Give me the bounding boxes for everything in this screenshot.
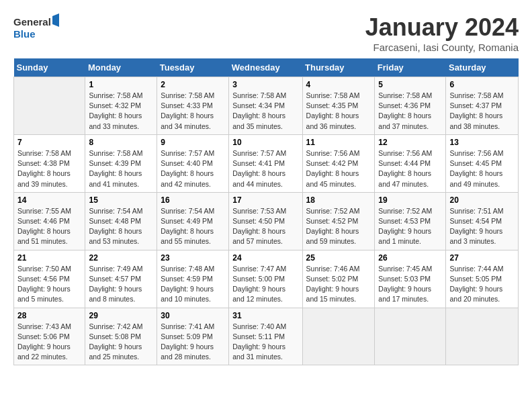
- day-number: 27: [449, 253, 515, 263]
- calendar-cell: 23Sunrise: 7:48 AMSunset: 4:59 PMDayligh…: [157, 250, 229, 308]
- day-info: Sunrise: 7:57 AMSunset: 4:41 PMDaylight:…: [232, 148, 298, 189]
- calendar-cell: 18Sunrise: 7:52 AMSunset: 4:52 PMDayligh…: [302, 192, 375, 250]
- svg-text:Blue: Blue: [13, 28, 36, 40]
- calendar-cell: 14Sunrise: 7:55 AMSunset: 4:46 PMDayligh…: [14, 192, 85, 250]
- page-header: General Blue January 2024 Farcaseni, Ias…: [13, 13, 519, 53]
- day-number: 11: [306, 138, 371, 147]
- day-info: Sunrise: 7:44 AMSunset: 5:05 PMDaylight:…: [449, 264, 515, 305]
- day-number: 26: [378, 253, 442, 263]
- weekday-header-thursday: Thursday: [302, 58, 375, 77]
- logo: General Blue: [13, 13, 60, 43]
- calendar-cell: 15Sunrise: 7:54 AMSunset: 4:48 PMDayligh…: [85, 192, 157, 250]
- calendar-cell: 25Sunrise: 7:46 AMSunset: 5:02 PMDayligh…: [302, 250, 375, 308]
- day-number: 24: [232, 253, 298, 263]
- day-info: Sunrise: 7:58 AMSunset: 4:38 PMDaylight:…: [17, 148, 81, 189]
- day-info: Sunrise: 7:56 AMSunset: 4:44 PMDaylight:…: [378, 148, 442, 189]
- day-info: Sunrise: 7:58 AMSunset: 4:37 PMDaylight:…: [449, 91, 515, 132]
- calendar-cell: 10Sunrise: 7:57 AMSunset: 4:41 PMDayligh…: [229, 134, 302, 192]
- day-info: Sunrise: 7:48 AMSunset: 4:59 PMDaylight:…: [161, 264, 225, 305]
- calendar-week-2: 7Sunrise: 7:58 AMSunset: 4:38 PMDaylight…: [14, 134, 519, 192]
- day-number: 31: [232, 311, 298, 320]
- day-number: 22: [89, 253, 153, 263]
- day-info: Sunrise: 7:58 AMSunset: 4:34 PMDaylight:…: [232, 91, 298, 132]
- calendar-cell: 17Sunrise: 7:53 AMSunset: 4:50 PMDayligh…: [229, 192, 302, 250]
- day-info: Sunrise: 7:54 AMSunset: 4:48 PMDaylight:…: [89, 206, 153, 247]
- calendar-cell: 24Sunrise: 7:47 AMSunset: 5:00 PMDayligh…: [229, 250, 302, 308]
- day-info: Sunrise: 7:53 AMSunset: 4:50 PMDaylight:…: [232, 206, 298, 247]
- calendar-cell: 12Sunrise: 7:56 AMSunset: 4:44 PMDayligh…: [375, 134, 446, 192]
- day-number: 5: [378, 80, 442, 89]
- calendar-week-4: 21Sunrise: 7:50 AMSunset: 4:56 PMDayligh…: [14, 250, 519, 308]
- day-info: Sunrise: 7:58 AMSunset: 4:32 PMDaylight:…: [89, 91, 153, 132]
- calendar-cell: 26Sunrise: 7:45 AMSunset: 5:03 PMDayligh…: [375, 250, 446, 308]
- day-info: Sunrise: 7:49 AMSunset: 4:57 PMDaylight:…: [89, 264, 153, 305]
- calendar-cell: 22Sunrise: 7:49 AMSunset: 4:57 PMDayligh…: [85, 250, 157, 308]
- day-number: 6: [449, 80, 515, 89]
- day-info: Sunrise: 7:51 AMSunset: 4:54 PMDaylight:…: [449, 206, 515, 247]
- calendar-cell: 28Sunrise: 7:43 AMSunset: 5:06 PMDayligh…: [14, 308, 85, 365]
- day-info: Sunrise: 7:58 AMSunset: 4:36 PMDaylight:…: [378, 91, 442, 132]
- day-number: 20: [449, 195, 515, 205]
- day-info: Sunrise: 7:43 AMSunset: 5:06 PMDaylight:…: [17, 322, 81, 363]
- calendar-cell: 29Sunrise: 7:42 AMSunset: 5:08 PMDayligh…: [85, 308, 157, 365]
- day-info: Sunrise: 7:50 AMSunset: 4:56 PMDaylight:…: [17, 264, 81, 305]
- day-number: 30: [161, 311, 225, 320]
- day-number: 15: [89, 195, 153, 205]
- calendar-cell: 20Sunrise: 7:51 AMSunset: 4:54 PMDayligh…: [446, 192, 519, 250]
- calendar-cell: 11Sunrise: 7:56 AMSunset: 4:42 PMDayligh…: [302, 134, 375, 192]
- day-number: 29: [89, 311, 153, 320]
- day-number: 3: [232, 80, 298, 89]
- day-info: Sunrise: 7:46 AMSunset: 5:02 PMDaylight:…: [306, 264, 371, 305]
- calendar-cell: 7Sunrise: 7:58 AMSunset: 4:38 PMDaylight…: [14, 134, 85, 192]
- day-number: 7: [17, 138, 81, 147]
- day-info: Sunrise: 7:40 AMSunset: 5:11 PMDaylight:…: [232, 322, 298, 363]
- calendar-cell: 3Sunrise: 7:58 AMSunset: 4:34 PMDaylight…: [229, 77, 302, 135]
- svg-text:General: General: [13, 16, 51, 28]
- calendar-cell: 13Sunrise: 7:56 AMSunset: 4:45 PMDayligh…: [446, 134, 519, 192]
- calendar-cell: 31Sunrise: 7:40 AMSunset: 5:11 PMDayligh…: [229, 308, 302, 365]
- logo-svg: General Blue: [13, 13, 60, 43]
- calendar-cell: 1Sunrise: 7:58 AMSunset: 4:32 PMDaylight…: [85, 77, 157, 135]
- calendar-week-1: 1Sunrise: 7:58 AMSunset: 4:32 PMDaylight…: [14, 77, 519, 135]
- day-number: 18: [306, 195, 371, 205]
- calendar-cell: 6Sunrise: 7:58 AMSunset: 4:37 PMDaylight…: [446, 77, 519, 135]
- day-info: Sunrise: 7:58 AMSunset: 4:35 PMDaylight:…: [306, 91, 371, 132]
- day-info: Sunrise: 7:58 AMSunset: 4:39 PMDaylight:…: [89, 148, 153, 189]
- day-number: 12: [378, 138, 442, 147]
- day-number: 14: [17, 195, 81, 205]
- day-info: Sunrise: 7:52 AMSunset: 4:52 PMDaylight:…: [306, 206, 371, 247]
- calendar-cell: 16Sunrise: 7:54 AMSunset: 4:49 PMDayligh…: [157, 192, 229, 250]
- day-info: Sunrise: 7:57 AMSunset: 4:40 PMDaylight:…: [161, 148, 225, 189]
- day-number: 23: [161, 253, 225, 263]
- calendar-table: SundayMondayTuesdayWednesdayThursdayFrid…: [13, 58, 519, 365]
- day-info: Sunrise: 7:45 AMSunset: 5:03 PMDaylight:…: [378, 264, 442, 305]
- weekday-header-wednesday: Wednesday: [229, 58, 302, 77]
- calendar-cell: 4Sunrise: 7:58 AMSunset: 4:35 PMDaylight…: [302, 77, 375, 135]
- day-number: 28: [17, 311, 81, 320]
- day-info: Sunrise: 7:54 AMSunset: 4:49 PMDaylight:…: [161, 206, 225, 247]
- day-number: 17: [232, 195, 298, 205]
- day-number: 13: [449, 138, 515, 147]
- day-number: 1: [89, 80, 153, 89]
- calendar-week-3: 14Sunrise: 7:55 AMSunset: 4:46 PMDayligh…: [14, 192, 519, 250]
- svg-marker-2: [52, 13, 59, 27]
- calendar-cell: [375, 308, 446, 365]
- day-number: 25: [306, 253, 371, 263]
- day-number: 21: [17, 253, 81, 263]
- day-info: Sunrise: 7:56 AMSunset: 4:45 PMDaylight:…: [449, 148, 515, 189]
- calendar-week-5: 28Sunrise: 7:43 AMSunset: 5:06 PMDayligh…: [14, 308, 519, 365]
- calendar-cell: 5Sunrise: 7:58 AMSunset: 4:36 PMDaylight…: [375, 77, 446, 135]
- calendar-cell: 8Sunrise: 7:58 AMSunset: 4:39 PMDaylight…: [85, 134, 157, 192]
- day-info: Sunrise: 7:58 AMSunset: 4:33 PMDaylight:…: [161, 91, 225, 132]
- day-number: 10: [232, 138, 298, 147]
- calendar-cell: 30Sunrise: 7:41 AMSunset: 5:09 PMDayligh…: [157, 308, 229, 365]
- title-block: January 2024 Farcaseni, Iasi County, Rom…: [365, 13, 519, 53]
- day-number: 4: [306, 80, 371, 89]
- day-number: 19: [378, 195, 442, 205]
- weekday-header-saturday: Saturday: [446, 58, 519, 77]
- calendar-cell: [302, 308, 375, 365]
- day-info: Sunrise: 7:42 AMSunset: 5:08 PMDaylight:…: [89, 322, 153, 363]
- calendar-cell: [14, 77, 85, 135]
- weekday-header-monday: Monday: [85, 58, 157, 77]
- calendar-cell: 19Sunrise: 7:52 AMSunset: 4:53 PMDayligh…: [375, 192, 446, 250]
